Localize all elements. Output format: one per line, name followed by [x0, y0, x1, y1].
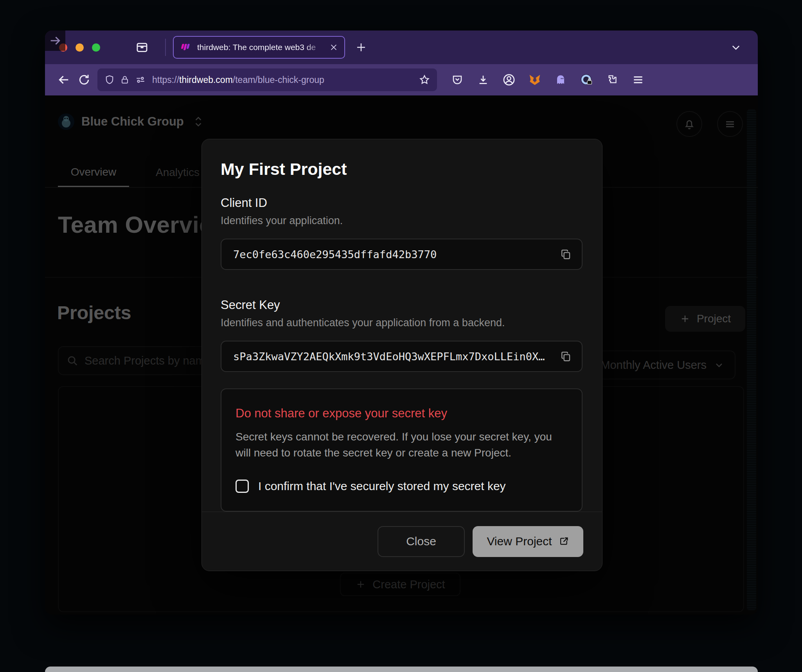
team-switcher-chevrons-icon — [193, 115, 203, 128]
tabbar-separator — [165, 39, 166, 56]
tab-title: thirdweb: The complete web3 de — [197, 43, 324, 52]
secret-key-label: Secret Key — [221, 298, 583, 312]
bookmark-star-icon[interactable] — [419, 74, 430, 85]
downloads-icon[interactable] — [472, 70, 494, 90]
confirm-checkbox[interactable] — [236, 480, 249, 493]
confirm-checkbox-label[interactable]: I confirm that I've securely stored my s… — [258, 480, 506, 493]
back-icon[interactable] — [54, 70, 74, 90]
close-window-button[interactable] — [59, 43, 67, 52]
privacy-lock-extension-icon[interactable] — [575, 70, 597, 90]
metamask-icon[interactable] — [524, 70, 546, 90]
view-project-button-label: View Project — [487, 535, 552, 548]
team-name: Blue Chick Group — [81, 115, 184, 129]
client-id-value[interactable]: 7ec0fe63c460e295435dffafd42b3770 — [233, 248, 560, 261]
browser-tab-active[interactable]: thirdweb: The complete web3 de — [173, 36, 345, 59]
tab-analytics[interactable]: Analytics — [145, 158, 210, 187]
projects-heading: Projects — [57, 302, 131, 323]
close-button-label: Close — [406, 535, 436, 548]
client-id-description: Identifies your application. — [221, 215, 583, 227]
close-button[interactable]: Close — [378, 526, 465, 557]
secret-key-warning-card: Do not share or expose your secret key S… — [221, 388, 583, 512]
copy-secret-key-icon[interactable] — [560, 350, 572, 362]
url-bar[interactable]: https://thirdweb.com/team/blue-chick-gro… — [97, 68, 437, 91]
notifications-button[interactable] — [676, 111, 702, 137]
lock-icon[interactable] — [120, 75, 129, 85]
sort-dropdown-value: Monthly Active Users — [601, 359, 707, 372]
macos-dock-strip — [45, 667, 758, 672]
browser-tab-bar: thirdweb: The complete web3 de — [45, 31, 758, 64]
thirdweb-favicon-icon — [180, 43, 192, 51]
create-project-button[interactable]: Create Project — [340, 573, 460, 596]
create-project-button-label: Create Project — [372, 578, 445, 591]
permissions-icon[interactable] — [135, 75, 146, 85]
firefox-view-icon[interactable] — [135, 41, 149, 54]
extensions-puzzle-icon[interactable] — [601, 70, 623, 90]
phantom-icon[interactable] — [550, 70, 572, 90]
shield-icon[interactable] — [104, 75, 115, 85]
url-protocol: https:// — [152, 75, 179, 85]
url-path: /team/blue-chick-group — [233, 75, 324, 85]
page-scrollbar[interactable] — [747, 110, 756, 610]
secret-key-description: Identifies and authenticates your applic… — [221, 317, 583, 329]
tab-close-icon[interactable] — [329, 43, 338, 52]
account-icon[interactable] — [498, 70, 520, 90]
minimize-window-button[interactable] — [76, 43, 84, 52]
view-project-button[interactable]: View Project — [473, 526, 583, 557]
secret-key-field[interactable]: sPa3ZkwaVZY2AEQkXmk9t3VdEoHQ3wXEPFLmx7Dx… — [221, 341, 583, 372]
client-id-label: Client ID — [221, 196, 583, 210]
new-tab-button[interactable] — [355, 41, 367, 53]
chevron-down-icon — [714, 359, 725, 370]
screenshot-stage: thirdweb: The complete web3 de — [0, 0, 802, 672]
reload-icon[interactable] — [74, 70, 94, 90]
warning-body: Secret keys cannot be recovered. If you … — [236, 429, 560, 461]
browser-nav-bar: https://thirdweb.com/team/blue-chick-gro… — [45, 64, 758, 95]
new-project-button-label: Project — [697, 313, 731, 325]
confirm-row: I confirm that I've securely stored my s… — [236, 480, 568, 493]
tab-overview[interactable]: Overview — [58, 158, 129, 187]
search-icon — [67, 355, 78, 367]
browser-window: thirdweb: The complete web3 de — [45, 31, 758, 615]
list-all-tabs-icon[interactable] — [730, 42, 741, 53]
warning-title: Do not share or expose your secret key — [236, 406, 568, 420]
external-link-icon — [558, 536, 569, 547]
window-controls — [59, 43, 100, 52]
team-switcher[interactable]: Blue Chick Group — [58, 113, 203, 130]
account-menu-button[interactable] — [717, 111, 743, 137]
url-text: https://thirdweb.com/team/blue-chick-gro… — [152, 75, 419, 85]
pocket-icon[interactable] — [446, 70, 468, 90]
zoom-window-button[interactable] — [92, 43, 100, 52]
project-details-modal: My First Project Client ID Identifies yo… — [201, 139, 602, 571]
menu-hamburger-icon[interactable] — [627, 70, 649, 90]
secret-key-value[interactable]: sPa3ZkwaVZY2AEQkXmk9t3VdEoHQ3wXEPFLmx7Dx… — [233, 350, 560, 363]
modal-title: My First Project — [221, 160, 583, 179]
site-security-icons — [104, 75, 146, 85]
modal-footer: Close View Project — [202, 512, 602, 571]
new-project-button[interactable]: Project — [665, 306, 745, 332]
team-avatar — [58, 113, 74, 130]
client-id-field[interactable]: 7ec0fe63c460e295435dffafd42b3770 — [221, 239, 583, 270]
url-domain: thirdweb.com — [179, 75, 233, 85]
nav-right-icons — [446, 70, 649, 90]
modal-body: My First Project Client ID Identifies yo… — [202, 139, 602, 512]
copy-client-id-icon[interactable] — [560, 248, 572, 260]
